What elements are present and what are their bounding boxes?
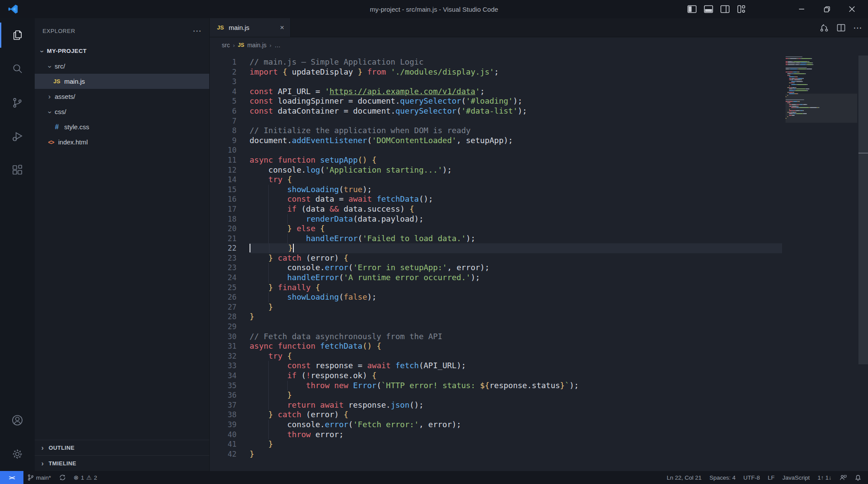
problems-status[interactable]: ⊗ 1 ⚠ 2 bbox=[70, 471, 101, 484]
code-line[interactable]: 40 throw error; bbox=[210, 430, 868, 440]
code-line[interactable]: 41 } bbox=[210, 439, 868, 449]
code-line[interactable]: 12 console.log('Application starting...'… bbox=[210, 165, 868, 175]
tree-item-assets[interactable]: ›assets/ bbox=[35, 89, 209, 104]
code-line[interactable]: 16 const data = await fetchData(); bbox=[210, 194, 868, 204]
code-line[interactable]: 29 bbox=[210, 322, 868, 332]
timeline-section[interactable]: › TMIELINE bbox=[35, 455, 209, 471]
settings-button[interactable] bbox=[0, 437, 35, 471]
more-actions-icon[interactable]: ⋯ bbox=[853, 23, 862, 33]
tree-item-MYPROJECT[interactable]: ›MY-PROJECT bbox=[35, 43, 209, 59]
code-line[interactable]: 39 console.error('Fetch error:', error); bbox=[210, 420, 868, 430]
scrollbar-slider[interactable] bbox=[858, 56, 868, 364]
code-line[interactable]: 23 console.error('Error in setupApp:', e… bbox=[210, 263, 868, 273]
outline-section[interactable]: › OUTLINE bbox=[35, 440, 209, 455]
code-line[interactable]: 3 bbox=[210, 77, 868, 87]
code-line[interactable]: 38 } catch (error) { bbox=[210, 410, 868, 420]
split-editor-icon[interactable] bbox=[837, 23, 845, 32]
close-icon[interactable] bbox=[839, 0, 865, 18]
code-line[interactable]: 34 if (!response.ok) { bbox=[210, 371, 868, 381]
editor-group: JS main.js × ⋯ src › JS main.js › … bbox=[210, 18, 868, 471]
code-line[interactable]: 21 handleError('Failed to load data.'); bbox=[210, 234, 868, 244]
code-line[interactable]: 24 handleError('A runtime error occurred… bbox=[210, 273, 868, 283]
line-content: document.addEventListener('DOMContentLoa… bbox=[250, 136, 513, 146]
notifications-button[interactable] bbox=[851, 471, 865, 484]
sidebar-item-search[interactable] bbox=[0, 52, 35, 86]
code-line[interactable]: 6const dataContainer = document.querySel… bbox=[210, 106, 868, 116]
close-tab-icon[interactable]: × bbox=[280, 23, 284, 32]
code-line[interactable]: 25 } finally { bbox=[210, 283, 868, 293]
code-line-current[interactable]: 22 } bbox=[210, 243, 868, 253]
panel-right-icon[interactable] bbox=[720, 4, 730, 14]
code-line[interactable]: 2import { updateDisplay } from './module… bbox=[210, 67, 868, 77]
sync-changes-count[interactable]: 1↑ 1↓ bbox=[814, 471, 835, 484]
branch-status[interactable]: main* bbox=[23, 471, 55, 484]
code-line[interactable]: 5const loadingSpinner = document.querySe… bbox=[210, 96, 868, 106]
line-content: const response = await fetch(API_URL); bbox=[250, 361, 466, 371]
code-line[interactable]: 1// main.js – Simple Application Logic bbox=[210, 57, 868, 67]
tree-item-label: index.html bbox=[58, 138, 88, 146]
breadcrumb-item-symbol[interactable]: … bbox=[274, 42, 280, 49]
sidebar-item-extensions[interactable] bbox=[0, 154, 35, 187]
restore-icon[interactable] bbox=[814, 0, 839, 18]
open-changes-icon[interactable] bbox=[819, 23, 829, 33]
code-line[interactable]: 26 showLoading(false); bbox=[210, 292, 868, 302]
panel-bottom-icon[interactable] bbox=[703, 4, 713, 14]
branch-icon bbox=[27, 474, 34, 481]
code-line[interactable]: 14 try { bbox=[210, 175, 868, 185]
line-number: 16 bbox=[210, 194, 237, 204]
sidebar-item-source-control[interactable] bbox=[0, 86, 35, 120]
code-line[interactable]: 35 throw new Error(`HTTP error! status: … bbox=[210, 381, 868, 391]
code-editor[interactable]: 1// main.js – Simple Application Logic2i… bbox=[210, 53, 868, 471]
customize-layout-icon[interactable] bbox=[736, 4, 746, 14]
code-line[interactable]: 28} bbox=[210, 312, 868, 322]
code-line[interactable]: 37 return await response.json(); bbox=[210, 400, 868, 410]
indentation[interactable]: Spaces: 4 bbox=[706, 471, 740, 484]
tree-item-main.js[interactable]: JSmain.js bbox=[35, 74, 209, 89]
breadcrumb-item-src[interactable]: src bbox=[222, 42, 230, 49]
code-line[interactable]: 7 bbox=[210, 116, 868, 126]
tree-item-css[interactable]: ›css/ bbox=[35, 104, 209, 119]
code-line[interactable]: 17 if (data && data.success) { bbox=[210, 204, 868, 214]
code-line[interactable]: 31async function fetchData() { bbox=[210, 341, 868, 351]
tree-item-src[interactable]: ›src/ bbox=[35, 59, 209, 74]
tree-item-index.html[interactable]: <>index.html bbox=[35, 134, 209, 150]
panel-left-icon[interactable] bbox=[687, 4, 697, 14]
minimap-viewport[interactable] bbox=[786, 94, 857, 123]
tab-mainjs[interactable]: JS main.js × bbox=[210, 18, 291, 37]
language-mode[interactable]: JavaScript bbox=[779, 471, 814, 484]
code-line[interactable]: 27 } bbox=[210, 302, 868, 312]
vscode-logo-icon bbox=[7, 3, 19, 15]
code-line[interactable]: 32 try { bbox=[210, 351, 868, 361]
sync-button[interactable] bbox=[55, 471, 70, 484]
code-line[interactable]: 23 } catch (error) { bbox=[210, 253, 868, 263]
code-line[interactable]: 42} bbox=[210, 449, 868, 459]
feedback-icon bbox=[839, 474, 847, 481]
feedback-button[interactable] bbox=[835, 471, 851, 484]
code-line[interactable]: 10 bbox=[210, 145, 868, 155]
line-number: 30 bbox=[210, 332, 237, 342]
minimap[interactable] bbox=[786, 56, 857, 125]
more-actions-icon[interactable]: ⋯ bbox=[193, 29, 201, 33]
explorer-sidebar: EXPLORER ⋯ ›MY-PROJECT›src/JSmain.js›ass… bbox=[35, 18, 210, 471]
code-line[interactable]: 20 } else { bbox=[210, 224, 868, 234]
code-line[interactable]: 30// Fetch data asynchronously from the … bbox=[210, 332, 868, 342]
minimize-icon[interactable] bbox=[789, 0, 814, 18]
chevron-down-icon: › bbox=[46, 108, 54, 115]
encoding[interactable]: UTF-8 bbox=[740, 471, 764, 484]
breadcrumb-item-file[interactable]: main.js bbox=[247, 42, 266, 49]
sidebar-item-explorer[interactable] bbox=[0, 18, 35, 52]
code-line[interactable]: 33 const response = await fetch(API_URL)… bbox=[210, 361, 868, 371]
eol-sequence[interactable]: LF bbox=[764, 471, 779, 484]
code-line[interactable]: 9document.addEventListener('DOMContentLo… bbox=[210, 136, 868, 146]
code-line[interactable]: 8// Initialize the application when DOM … bbox=[210, 126, 868, 136]
remote-indicator[interactable]: >< bbox=[0, 471, 23, 484]
sidebar-item-run-debug[interactable] bbox=[0, 120, 35, 154]
code-line[interactable]: 15 showLoading(true); bbox=[210, 185, 868, 195]
accounts-button[interactable] bbox=[0, 403, 35, 437]
code-line[interactable]: 4const API_URL = 'https://api.example.co… bbox=[210, 87, 868, 97]
code-line[interactable]: 18 renderData(data.payload); bbox=[210, 214, 868, 224]
code-line[interactable]: 36 } bbox=[210, 390, 868, 400]
tree-item-style.css[interactable]: #style.css bbox=[35, 119, 209, 134]
cursor-position[interactable]: Ln 22, Col 21 bbox=[663, 471, 705, 484]
code-line[interactable]: 11async function setupApp() { bbox=[210, 155, 868, 165]
